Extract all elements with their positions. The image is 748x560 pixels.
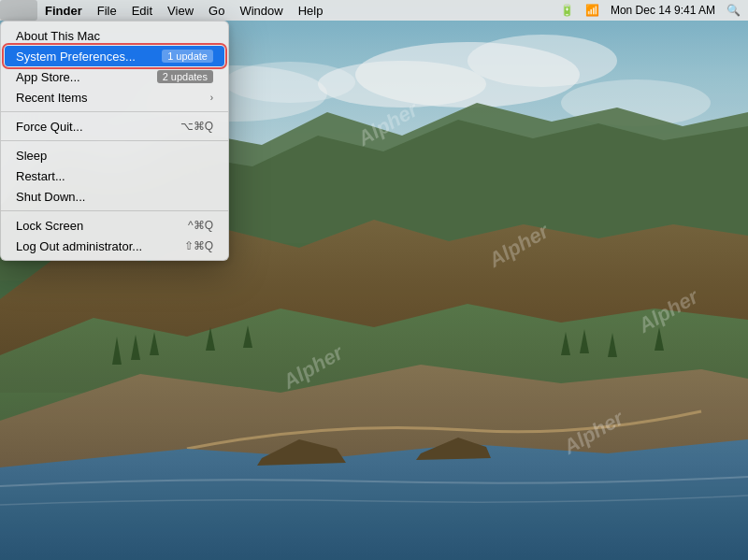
recent-items-arrow: › (210, 93, 213, 103)
system-prefs-badge: 1 update (162, 50, 213, 63)
menu-item-shutdown[interactable]: Shut Down... (1, 186, 228, 207)
menu-item-force-quit[interactable]: Force Quit... ⌥⌘Q (1, 116, 228, 136)
separator-3 (1, 210, 228, 211)
menu-finder[interactable]: Finder (37, 0, 90, 21)
logout-shortcut: ⇧⌘Q (184, 239, 213, 252)
wifi-icon: 📶 (585, 4, 599, 17)
menu-item-app-store[interactable]: App Store... 2 updates (1, 66, 228, 87)
apple-menu-button[interactable] (0, 0, 37, 21)
menu-bar-right: 🔋 📶 Mon Dec 14 9:41 AM 🔍 (560, 4, 748, 17)
menu-edit[interactable]: Edit (124, 0, 160, 21)
menu-file[interactable]: File (90, 0, 124, 21)
force-quit-shortcut: ⌥⌘Q (180, 120, 213, 133)
apple-dropdown-menu: About This Mac System Preferences... 1 u… (0, 21, 229, 261)
menu-item-recent-items[interactable]: Recent Items › (1, 87, 228, 108)
separator-1 (1, 111, 228, 112)
search-icon[interactable]: 🔍 (726, 4, 741, 17)
menu-item-restart[interactable]: Restart... (1, 165, 228, 186)
menu-item-logout[interactable]: Log Out administrator... ⇧⌘Q (1, 236, 228, 256)
lock-screen-shortcut: ^⌘Q (188, 219, 213, 232)
menu-bar: Finder File Edit View Go Window Help 🔋 📶… (0, 0, 748, 21)
menu-item-lock-screen[interactable]: Lock Screen ^⌘Q (1, 215, 228, 236)
menu-view[interactable]: View (160, 0, 201, 21)
app-store-badge: 2 updates (157, 70, 213, 83)
menu-window[interactable]: Window (232, 0, 290, 21)
menu-item-system-preferences[interactable]: System Preferences... 1 update (5, 46, 224, 66)
menu-item-about[interactable]: About This Mac (1, 25, 228, 46)
battery-icon: 🔋 (560, 4, 574, 17)
menu-help[interactable]: Help (291, 0, 331, 21)
menu-item-sleep[interactable]: Sleep (1, 145, 228, 165)
menu-go[interactable]: Go (201, 0, 232, 21)
separator-2 (1, 140, 228, 141)
date-time: Mon Dec 14 9:41 AM (611, 4, 715, 17)
